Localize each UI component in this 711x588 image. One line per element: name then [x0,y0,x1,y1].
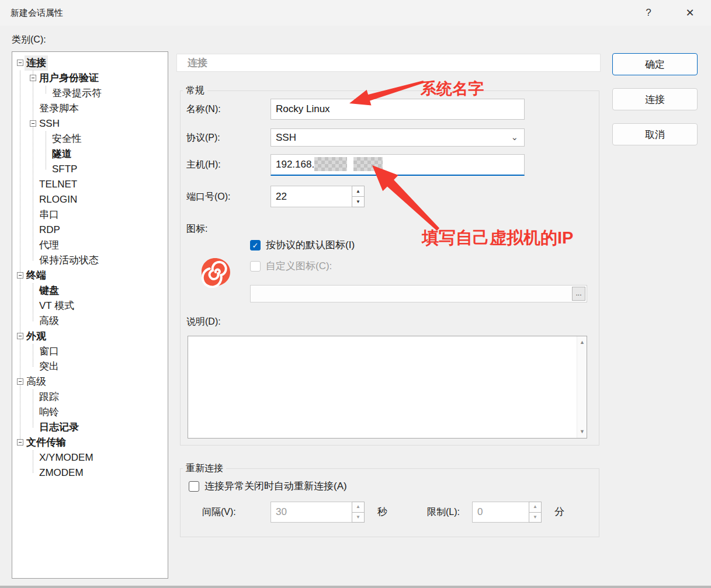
host-input[interactable]: 192.168. [270,154,525,176]
tree-collapse-icon[interactable] [17,439,23,446]
description-textarea[interactable]: ▲ ▼ [188,336,587,439]
protocol-select[interactable]: SSH ⌄ [270,128,525,147]
name-label: 名称(N): [186,99,221,120]
browse-button[interactable]: ... [572,287,585,301]
interval-spin-up-icon: ▲ [352,502,365,513]
tree-item-安全性[interactable]: 安全性 [12,131,168,147]
tree-item-日志记录[interactable]: 日志记录 [12,420,168,435]
cancel-button[interactable]: 取消 [612,123,698,145]
reconnect-group-label: 重新连接 [183,463,226,474]
tree-item-label: 隧道 [52,147,72,162]
xshell-session-icon [196,256,231,288]
tree-item-代理[interactable]: 代理 [12,238,168,253]
tree-item-保持活动状态[interactable]: 保持活动状态 [12,253,168,268]
dialog-title: 新建会话属性 [11,0,63,26]
tree-item-登录提示符[interactable]: 登录提示符 [12,86,168,101]
tree-item-label: SFTP [52,162,77,177]
tree-item-label: ZMODEM [39,465,84,481]
tree-item-label: 串口 [39,207,59,222]
tree-item-X/YMODEM[interactable]: X/YMODEM [12,450,168,465]
limit-spin-down-icon: ▼ [529,512,542,523]
tree-item-登录脚本[interactable]: 登录脚本 [12,101,168,116]
tree-item-label: 终端 [26,268,46,283]
tree-collapse-icon[interactable] [30,120,36,127]
tree-item-连接[interactable]: 连接 [12,55,168,71]
tree-item-RLOGIN[interactable]: RLOGIN [12,192,168,207]
tree-item-label: 窗口 [39,344,59,359]
tree-item-响铃[interactable]: 响铃 [12,405,168,420]
tree-item-跟踪[interactable]: 跟踪 [12,389,168,405]
tree-item-label: 文件传输 [26,435,66,450]
host-label: 主机(H): [186,154,221,175]
tree-item-label: SSH [39,116,60,131]
tree-item-label: 键盘 [39,283,59,298]
auto-reconnect-checkbox-label: 连接异常关闭时自动重新连接(A) [204,479,347,493]
tree-item-label: VT 模式 [39,298,74,314]
tree-item-终端[interactable]: 终端 [12,268,168,283]
annotation-system-name: 系统名字 [421,78,484,99]
tree-item-label: 代理 [39,238,59,253]
tree-item-label: 高级 [26,374,46,389]
auto-reconnect-checkbox[interactable]: 连接异常关闭时自动重新连接(A) [189,479,347,493]
tree-item-突出[interactable]: 突出 [12,359,168,374]
tree-item-label: 登录提示符 [52,86,102,101]
scroll-up-icon[interactable]: ▲ [577,338,587,347]
redacted-host-blur [353,157,383,171]
interval-spin-down-icon: ▼ [352,512,365,523]
tree-item-用户身份验证[interactable]: 用户身份验证 [12,71,168,86]
tree-item-ZMODEM[interactable]: ZMODEM [12,465,168,481]
host-value: 192.168. [276,159,314,170]
interval-spinner: ▲ ▼ [352,502,365,523]
tree-item-RDP[interactable]: RDP [12,222,168,238]
tree-item-label: RLOGIN [39,192,77,207]
interval-label: 间隔(V): [202,502,236,523]
close-icon[interactable]: ✕ [681,0,699,26]
tree-item-label: 日志记录 [39,420,79,435]
description-scrollbar[interactable]: ▲ ▼ [577,336,587,438]
name-input[interactable] [270,99,525,120]
tree-item-隧道[interactable]: 隧道 [12,147,168,162]
tree-item-label: TELNET [39,177,77,192]
custom-icon-checkbox[interactable]: 自定义图标(C): [250,259,332,273]
port-spinner: ▲ ▼ [352,186,365,207]
limit-input [472,502,529,523]
custom-icon-path-input[interactable]: ... [250,285,587,302]
category-tree: 连接用户身份验证登录提示符登录脚本SSH安全性隧道SFTPTELNETRLOGI… [12,51,168,579]
tree-item-label: 突出 [39,359,59,374]
checkbox-unchecked-icon[interactable] [189,481,199,492]
tree-item-窗口[interactable]: 窗口 [12,344,168,359]
tree-item-高级[interactable]: 高级 [12,374,168,389]
tree-item-键盘[interactable]: 键盘 [12,283,168,298]
tree-item-label: 用户身份验证 [39,71,99,86]
checkbox-checked-icon[interactable]: ✓ [250,240,261,250]
tree-item-SSH[interactable]: SSH [12,116,168,131]
default-icon-checkbox[interactable]: ✓ 按协议的默认图标(I) [250,238,355,252]
tree-collapse-icon[interactable] [17,333,23,339]
ok-button[interactable]: 确定 [612,53,698,75]
tree-collapse-icon[interactable] [30,75,36,81]
title-bar: 新建会话属性 ? ✕ [0,0,711,26]
tree-item-文件传输[interactable]: 文件传输 [12,435,168,450]
tree-item-VT 模式[interactable]: VT 模式 [12,298,168,314]
tree-item-label: 跟踪 [39,389,59,405]
tree-collapse-icon[interactable] [17,378,23,385]
tree-collapse-icon[interactable] [17,272,23,279]
tree-item-串口[interactable]: 串口 [12,207,168,222]
tree-item-高级[interactable]: 高级 [12,314,168,329]
custom-icon-path-value [251,288,254,298]
category-label: 类别(C): [12,34,46,46]
tree-item-TELNET[interactable]: TELNET [12,177,168,192]
port-input[interactable] [270,186,352,207]
connect-button[interactable]: 连接 [612,88,698,110]
help-icon[interactable]: ? [640,0,657,26]
port-spin-down-icon[interactable]: ▼ [352,196,365,207]
tree-item-label: 登录脚本 [39,101,79,116]
tree-item-外观[interactable]: 外观 [12,329,168,344]
limit-spinner: ▲ ▼ [529,502,542,523]
checkbox-unchecked-icon[interactable] [250,261,261,272]
scroll-down-icon[interactable]: ▼ [577,427,587,437]
tree-item-SFTP[interactable]: SFTP [12,162,168,177]
tree-collapse-icon[interactable] [17,60,23,66]
port-spin-up-icon[interactable]: ▲ [352,186,365,197]
limit-label: 限制(L): [427,502,460,523]
